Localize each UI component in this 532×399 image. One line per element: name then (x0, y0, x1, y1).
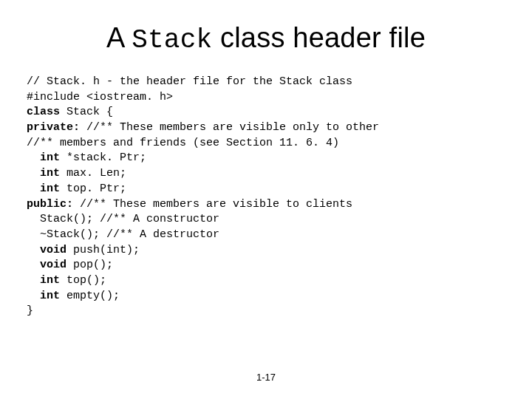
code-keyword: void (27, 259, 66, 271)
code-text: top. Ptr; (60, 183, 126, 195)
title-prefix: A (106, 22, 132, 53)
code-keyword: int (27, 151, 60, 164)
code-line: //** members and friends (see Section 11… (27, 137, 339, 149)
code-line: #include <iostream. h> (27, 91, 173, 103)
code-keyword: int (27, 167, 60, 180)
code-block: // Stack. h - the header file for the St… (27, 75, 505, 319)
code-keyword: public: (27, 198, 73, 211)
code-line: ~Stack(); //** A destructor (27, 228, 219, 241)
code-text: //** These members are visible to client… (73, 198, 352, 211)
title-mono: Stack (132, 25, 212, 55)
code-text: push(int); (66, 244, 140, 256)
code-text: *stack. Ptr; (60, 151, 146, 164)
code-text: empty(); (60, 290, 120, 302)
code-keyword: void (27, 244, 66, 256)
code-keyword: int (27, 290, 60, 302)
code-text: top(); (60, 274, 106, 287)
code-line: } (27, 304, 33, 317)
title-suffix: class header file (212, 22, 426, 53)
slide-title: A Stack class header file (27, 22, 505, 55)
code-line: // Stack. h - the header file for the St… (27, 75, 352, 88)
code-keyword: private: (27, 121, 80, 134)
slide: A Stack class header file // Stack. h - … (0, 0, 532, 399)
code-text: max. Len; (60, 167, 126, 180)
code-text: Stack { (60, 106, 113, 118)
page-number: 1-17 (0, 372, 532, 383)
code-text: //** These members are visible only to o… (80, 121, 379, 134)
code-keyword: int (27, 183, 60, 195)
code-keyword: class (27, 106, 60, 118)
code-keyword: int (27, 274, 60, 287)
code-text: pop(); (66, 259, 113, 271)
code-line: Stack(); //** A constructor (27, 213, 219, 225)
